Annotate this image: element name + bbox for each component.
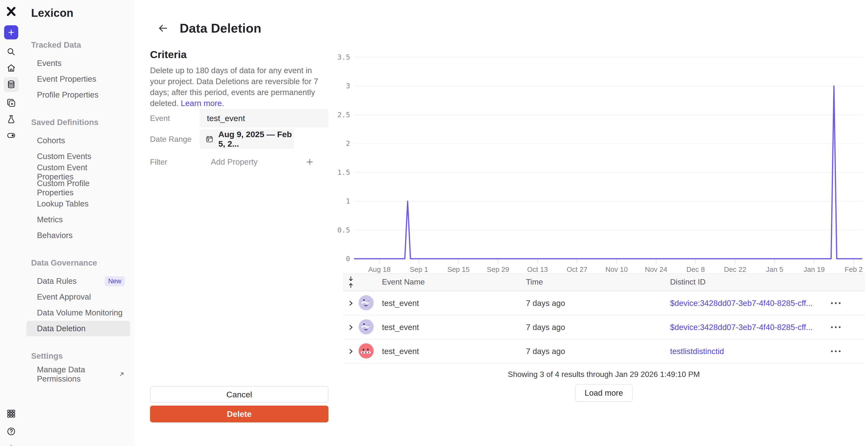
avatar [359,295,382,311]
svg-text:2: 2 [346,139,350,148]
cell-event-name: test_event [382,299,526,308]
sidebar-item-manage-data-permissions[interactable]: Manage Data Permissions [26,366,130,382]
svg-text:1.5: 1.5 [338,168,350,177]
sidebar-item-event-approval[interactable]: Event Approval [26,289,130,305]
sidebar-item-events[interactable]: Events [26,55,130,71]
avatar [359,319,382,335]
sidebar-item-behaviors[interactable]: Behaviors [26,228,130,243]
add-filter-plus-icon[interactable] [305,157,314,167]
icon-rail [0,0,23,446]
svg-text:Nov 24: Nov 24 [645,266,667,273]
sidebar-item-custom-events[interactable]: Custom Events [26,149,130,164]
sidebar-title: Lexicon [26,6,130,20]
date-range-label: Date Range [150,135,199,144]
sidebar-item-custom-event-properties[interactable]: Custom Event Properties [26,165,130,180]
event-input[interactable]: test_event [199,109,329,127]
create-new-button[interactable] [4,25,18,39]
table-header: Event Name Time Distinct ID [343,273,865,291]
calendar-icon [206,134,214,144]
load-more-wrap: Load more [343,384,865,402]
apps-grid-icon[interactable] [6,408,17,419]
table-row: test_event 7 days ago testlistdistinctid [343,339,865,363]
row-menu-ellipsis-icon[interactable] [821,351,865,352]
results-panel: 00.511.522.533.5Aug 18Sep 1Sep 15Sep 29O… [331,0,868,446]
criteria-heading: Criteria [150,49,187,61]
cell-distinct-id-link[interactable]: $device:3428dd07-3eb7-4f40-8285-cff... [670,299,821,308]
expand-row-chevron-icon[interactable] [343,300,359,307]
col-time: Time [526,277,670,287]
section-title: Tracked Data [26,40,130,50]
expand-row-chevron-icon[interactable] [343,324,359,331]
svg-text:Nov 10: Nov 10 [606,266,628,273]
settings-gear-icon[interactable] [6,444,17,446]
sidebar-item-profile-properties[interactable]: Profile Properties [26,87,130,102]
cell-time: 7 days ago [526,299,670,308]
svg-text:0.5: 0.5 [338,226,350,234]
filter-label: Filter [150,157,199,167]
session-replay-icon[interactable] [6,97,17,109]
event-volume-chart: 00.511.522.533.5Aug 18Sep 1Sep 15Sep 29O… [331,0,868,273]
criteria-panel: Criteria Delete up to 180 days of data f… [150,0,329,446]
svg-text:Oct 13: Oct 13 [527,266,548,273]
section-data-governance: Data Governance Data Rules New Event App… [26,258,130,336]
filter-area: Add Property [199,157,329,167]
event-label: Event [150,114,199,123]
feature-flags-toggle-icon[interactable] [6,130,17,141]
svg-text:Aug 18: Aug 18 [368,266,391,273]
cancel-button[interactable]: Cancel [150,386,329,403]
svg-text:Sep 29: Sep 29 [487,266,509,273]
section-title: Settings [26,351,130,361]
results-summary: Showing 3 of 4 results through Jan 29 20… [343,370,865,379]
experiments-flask-icon[interactable] [6,114,17,125]
expand-row-chevron-icon[interactable] [343,348,359,355]
sidebar-item-metrics[interactable]: Metrics [26,212,130,227]
col-distinct-id: Distinct ID [670,277,821,287]
sidebar-item-event-properties[interactable]: Event Properties [26,71,130,87]
external-link-icon [119,370,125,378]
plus-icon [7,29,15,36]
sidebar-item-custom-profile-properties[interactable]: Custom Profile Properties [26,180,130,196]
table-row: test_event 7 days ago $device:3428dd07-3… [343,291,865,316]
cell-event-name: test_event [382,323,526,332]
add-property-button[interactable]: Add Property [211,157,258,167]
cell-time: 7 days ago [526,323,670,332]
criteria-form: Event test_event Date Range Aug 9, 2025 … [150,109,329,170]
section-title: Saved Definitions [26,118,130,127]
cell-distinct-id-link[interactable]: $device:3428dd07-3eb7-4f40-8285-cff... [670,323,821,332]
sort-toggle-icon[interactable] [343,276,359,289]
svg-text:Sep 1: Sep 1 [410,266,428,273]
avatar [359,344,382,359]
search-icon[interactable] [6,46,17,57]
learn-more-link[interactable]: Learn more. [181,99,224,108]
svg-text:3.5: 3.5 [338,53,350,61]
row-menu-ellipsis-icon[interactable] [821,326,865,328]
section-tracked-data: Tracked Data Events Event Properties Pro… [26,40,130,102]
sidebar-item-cohorts[interactable]: Cohorts [26,133,130,148]
svg-text:Oct 27: Oct 27 [567,266,587,273]
svg-text:1: 1 [346,197,350,205]
svg-text:Jan 5: Jan 5 [766,266,783,273]
cell-event-name: test_event [382,347,526,356]
sidebar-item-lookup-tables[interactable]: Lookup Tables [26,196,130,212]
cell-distinct-id-link[interactable]: testlistdistinctid [670,347,821,356]
section-settings: Settings Manage Data Permissions [26,351,130,382]
svg-text:3: 3 [346,82,350,90]
load-more-button[interactable]: Load more [575,384,633,402]
home-icon[interactable] [6,62,17,74]
criteria-description: Delete up to 180 days of data for any ev… [150,65,325,109]
svg-text:Sep 15: Sep 15 [447,266,470,273]
mixpanel-logo-icon[interactable] [6,6,17,17]
event-row: Event test_event [150,109,329,127]
delete-button[interactable]: Delete [150,406,329,422]
help-icon[interactable] [6,426,17,437]
col-event-name: Event Name [382,277,526,287]
rail-bottom-group [6,408,17,446]
data-definitions-icon[interactable] [4,77,19,92]
row-menu-ellipsis-icon[interactable] [821,302,865,304]
date-range-picker[interactable]: Aug 9, 2025 — Feb 5, 2... [199,129,294,149]
sidebar-item-data-deletion[interactable]: Data Deletion [26,321,130,336]
cell-time: 7 days ago [526,347,670,356]
sidebar-item-data-volume-monitoring[interactable]: Data Volume Monitoring [26,305,130,321]
sidebar-item-data-rules[interactable]: Data Rules New [26,273,130,289]
events-table: Event Name Time Distinct ID [343,273,865,402]
